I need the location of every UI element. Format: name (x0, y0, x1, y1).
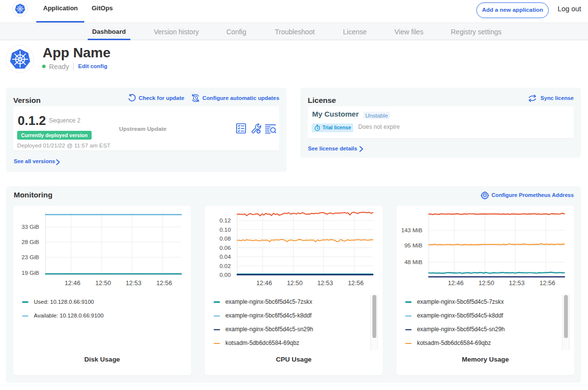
svg-text:12:56: 12:56 (156, 279, 172, 287)
svg-text:12:56: 12:56 (539, 279, 555, 287)
svg-text:95 MiB: 95 MiB (404, 242, 422, 249)
svg-text:19 GiB: 19 GiB (22, 269, 39, 276)
svg-text:28 GiB: 28 GiB (22, 239, 39, 245)
svg-text:0.06: 0.06 (220, 244, 231, 251)
svg-text:12:56: 12:56 (348, 279, 364, 287)
svg-text:12:53: 12:53 (317, 279, 333, 287)
svg-text:0.12: 0.12 (220, 217, 231, 224)
svg-text:12:46: 12:46 (65, 279, 80, 287)
svg-text:12:53: 12:53 (509, 279, 524, 287)
svg-text:0.10: 0.10 (220, 226, 231, 233)
svg-text:143 MiB: 143 MiB (401, 227, 422, 234)
svg-text:12:46: 12:46 (448, 279, 464, 287)
svg-text:48 MiB: 48 MiB (404, 259, 422, 266)
svg-text:12:50: 12:50 (95, 279, 111, 287)
svg-text:12:50: 12:50 (478, 279, 494, 287)
svg-text:0.02: 0.02 (220, 263, 231, 269)
svg-text:0.08: 0.08 (220, 235, 231, 242)
svg-text:12:53: 12:53 (125, 279, 141, 287)
svg-text:0.04: 0.04 (220, 253, 231, 260)
svg-text:33 GiB: 33 GiB (22, 223, 39, 230)
svg-text:0.00: 0.00 (220, 271, 231, 278)
svg-text:12:46: 12:46 (256, 279, 272, 287)
svg-text:23 GiB: 23 GiB (22, 254, 39, 261)
svg-text:12:50: 12:50 (287, 279, 302, 287)
